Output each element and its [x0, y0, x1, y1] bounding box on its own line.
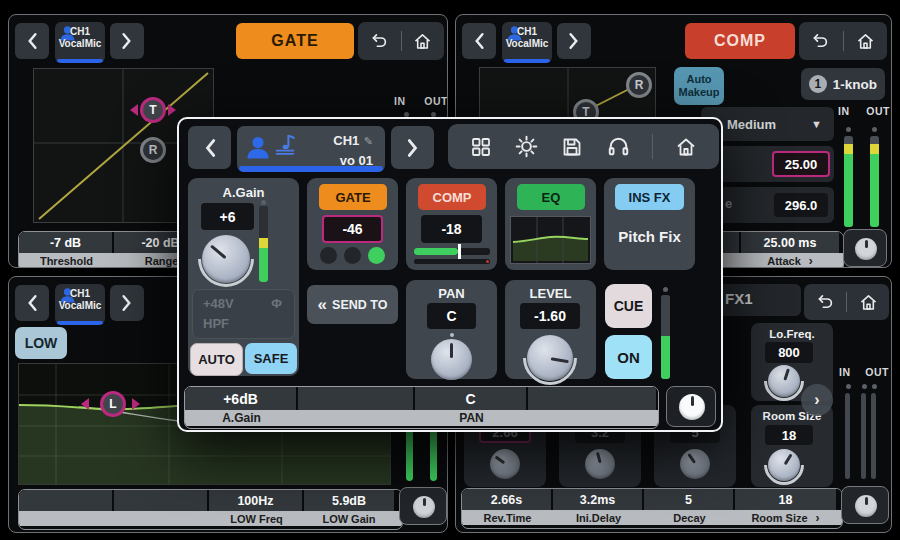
- assign-cell-roomsize[interactable]: 18: [735, 489, 836, 510]
- prev-channel-button[interactable]: [15, 285, 49, 321]
- assign-cell-attack[interactable]: 25.00 ms: [741, 232, 839, 253]
- chevron-right-icon: [121, 32, 133, 50]
- decay-knob[interactable]: [680, 449, 710, 479]
- lofreq-value[interactable]: 800: [765, 342, 813, 363]
- touch-knob-button[interactable]: [399, 487, 447, 525]
- assign-cell-revtime[interactable]: 2.66s: [462, 489, 551, 510]
- undo-icon[interactable]: [810, 31, 831, 52]
- assign-cell[interactable]: [19, 490, 112, 511]
- next-channel-button[interactable]: [110, 23, 144, 59]
- input-options-panel: +48V Φ HPF: [192, 289, 295, 339]
- low-band-button[interactable]: LOW: [15, 327, 67, 359]
- phantom-button[interactable]: +48V: [203, 296, 234, 311]
- touch-knob-button[interactable]: [666, 386, 716, 427]
- gear-icon[interactable]: [514, 134, 539, 159]
- release-value[interactable]: 296.0: [774, 193, 828, 217]
- home-icon[interactable]: [674, 135, 698, 159]
- comp-title-button[interactable]: COMP: [685, 23, 795, 59]
- comp-slider-handle[interactable]: [458, 244, 461, 259]
- low-band-handle[interactable]: L: [100, 391, 126, 417]
- pan-value[interactable]: C: [427, 303, 476, 329]
- home-icon[interactable]: [412, 31, 433, 52]
- gate-block: GATE -46: [307, 178, 398, 270]
- roomsize-value[interactable]: 18: [765, 425, 813, 445]
- assign-cell[interactable]: [298, 387, 413, 410]
- attack-value[interactable]: 25.00: [772, 151, 830, 177]
- assign-cell-inidelay[interactable]: 3.2ms: [553, 489, 642, 510]
- meter-peak-dot: [872, 384, 877, 389]
- prev-channel-button[interactable]: [188, 126, 231, 169]
- assign-cell-lowgain[interactable]: 5.9dB: [304, 490, 394, 511]
- eq-assign-bar: 100Hz 5.9dB LOW Freq LOW Gain: [18, 489, 403, 530]
- home-icon[interactable]: [858, 292, 879, 313]
- grid-view-icon[interactable]: [469, 135, 493, 159]
- lofreq-knob[interactable]: [768, 365, 800, 397]
- channel-tab[interactable]: CH1VocalMic: [502, 22, 552, 63]
- safe-button[interactable]: SAFE: [245, 343, 297, 374]
- channel-tab[interactable]: CH1VocalMic: [55, 22, 105, 63]
- assign-cell-threshold[interactable]: -7 dB: [19, 232, 112, 253]
- pan-knob[interactable]: [431, 339, 472, 380]
- next-channel-button[interactable]: [391, 126, 434, 169]
- again-knob[interactable]: [202, 235, 250, 283]
- one-knob-button[interactable]: 1 1-knob: [801, 68, 885, 100]
- gate-threshold-value[interactable]: -46: [322, 215, 383, 243]
- revtime-knob[interactable]: [490, 449, 520, 479]
- touch-knob-button[interactable]: [841, 486, 889, 524]
- next-channel-button[interactable]: [110, 285, 144, 321]
- channel-tab[interactable]: CH1VocalMic: [55, 284, 105, 325]
- eq-chip-button[interactable]: EQ: [517, 184, 585, 210]
- ratio-handle[interactable]: R: [626, 72, 652, 98]
- assign-cell-again[interactable]: +6dB: [185, 387, 296, 410]
- auto-makeup-button[interactable]: AutoMakeup: [674, 67, 724, 105]
- auto-button[interactable]: AUTO: [190, 343, 243, 376]
- gate-chip-button[interactable]: GATE: [319, 184, 387, 210]
- overlay-toolbar: [448, 124, 719, 169]
- phase-button[interactable]: Φ: [271, 296, 282, 311]
- undo-icon[interactable]: [815, 292, 836, 313]
- again-label: A.Gain: [188, 185, 299, 200]
- threshold-handle[interactable]: T: [140, 97, 166, 123]
- assign-cell-decay[interactable]: 5: [644, 489, 733, 510]
- hpf-button[interactable]: HPF: [203, 316, 229, 331]
- channel-name: CH1: [517, 26, 537, 37]
- save-icon[interactable]: [560, 135, 584, 159]
- gate-title-button[interactable]: GATE: [236, 23, 354, 59]
- insfx-chip-button[interactable]: INS FX: [615, 184, 684, 210]
- cue-button[interactable]: CUE: [605, 284, 652, 328]
- send-to-arrows-icon: «: [318, 295, 327, 315]
- inidelay-knob[interactable]: [585, 449, 615, 479]
- next-channel-button[interactable]: [557, 23, 591, 59]
- fx-page-next-button[interactable]: ›: [801, 384, 833, 416]
- prev-channel-button[interactable]: [462, 23, 496, 59]
- channel-name: CH1: [70, 288, 90, 299]
- level-knob[interactable]: [527, 335, 573, 381]
- meter-header: INOUT: [839, 366, 889, 378]
- assign-cell[interactable]: [114, 490, 207, 511]
- prev-channel-button[interactable]: [15, 23, 49, 59]
- knob-icon: [413, 496, 435, 518]
- undo-home-group: [358, 22, 444, 60]
- edit-icon[interactable]: ✎: [364, 135, 373, 147]
- assign-cell[interactable]: [528, 387, 656, 410]
- roomsize-knob[interactable]: [768, 449, 800, 481]
- home-icon[interactable]: [855, 31, 876, 52]
- comp-threshold-value[interactable]: -18: [421, 215, 482, 243]
- comp-slider-track[interactable]: [414, 248, 490, 255]
- insfx-block[interactable]: INS FX Pitch Fix: [604, 178, 695, 270]
- assign-cell-lowfreq[interactable]: 100Hz: [209, 490, 302, 511]
- in-meter: [406, 429, 413, 481]
- on-button[interactable]: ON: [605, 335, 652, 379]
- range-handle[interactable]: R: [140, 137, 166, 163]
- level-value[interactable]: -1.60: [520, 303, 580, 329]
- again-value[interactable]: +6: [201, 203, 254, 230]
- channel-strip-overlay: CH1 ✎ vo 01 A.Gain +6: [177, 117, 723, 432]
- touch-knob-button[interactable]: [843, 229, 887, 267]
- channel-header-tab[interactable]: CH1 ✎ vo 01: [237, 126, 385, 172]
- send-to-button[interactable]: « SEND TO: [307, 285, 398, 324]
- eq-mini-graph[interactable]: [510, 216, 591, 264]
- headphones-icon[interactable]: [606, 134, 631, 159]
- comp-chip-button[interactable]: COMP: [418, 184, 486, 210]
- assign-cell-pan[interactable]: C: [415, 387, 526, 410]
- undo-icon[interactable]: [369, 31, 390, 52]
